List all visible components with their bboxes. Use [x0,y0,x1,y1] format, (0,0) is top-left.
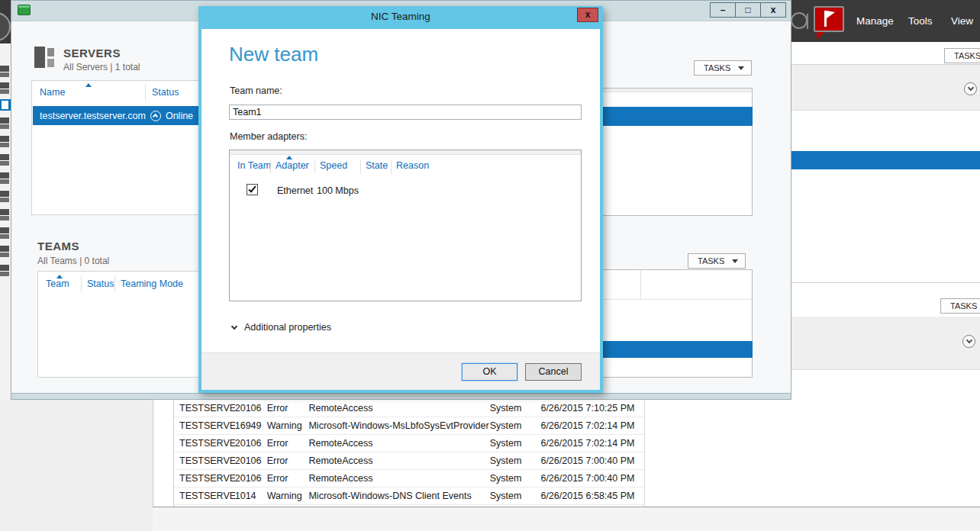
event-datetime: 6/26/2015 7:00:40 PM [540,455,644,466]
event-row[interactable]: TESTSERVER20106ErrorRemoteAccessSystem6/… [174,452,644,470]
dialog-close-button[interactable]: x [577,8,598,22]
sidebar-icon[interactable] [0,172,9,184]
servers-col-status[interactable]: Status [152,87,179,98]
services-tasks-button[interactable]: TASKS [940,298,980,314]
event-severity: Error [267,455,309,466]
event-source: RemoteAccess [308,403,489,414]
ok-button[interactable]: OK [462,363,517,381]
minimize-button[interactable]: – [710,2,736,18]
selected-interface-row[interactable] [603,341,753,358]
back-button-area [0,0,11,43]
event-id: 16949 [235,420,267,431]
checkmark-icon [248,185,256,193]
sidebar-icon[interactable] [0,66,9,77]
tasks-label: TASKS [704,63,730,72]
sidebar-icon-selected[interactable] [0,99,11,111]
event-datetime: 6/26/2015 7:02:14 PM [540,438,644,449]
member-adapters-label: Member adapters: [230,131,307,142]
selected-adapter-row[interactable] [603,107,753,126]
window-controls: – □ x [711,2,786,18]
section-divider [791,282,980,283]
col-in-team[interactable]: In Team [237,160,271,175]
tasks-label: TASKS [698,256,724,266]
menu-view[interactable]: View [951,0,973,42]
col-adapter[interactable]: Adapter [276,160,309,175]
event-row[interactable]: TESTSERVER16949WarningMicrosoft-Windows-… [174,417,644,435]
new-team-dialog: NIC Teaming x New team Team name: Member… [198,6,603,393]
sidebar-icon[interactable] [0,154,9,166]
interfaces-panel [602,269,753,378]
events-table: TESTSERVER20106ErrorRemoteAccessSystem6/… [173,400,645,507]
sidebar-icon[interactable] [0,246,9,257]
notifications-flag-icon[interactable] [814,5,847,38]
event-server: TESTSERVER [174,438,235,449]
event-log: System [490,473,541,484]
teams-title: TEAMS [37,240,79,253]
dialog-body: New team Team name: Member adapters: In … [201,29,600,390]
close-window-button[interactable]: x [760,2,786,18]
column-divider [114,275,115,292]
event-row[interactable]: TESTSERVER1014WarningMicrosoft-Windows-D… [174,488,644,505]
top-bar-divider [807,14,808,29]
panel-top-strip [603,88,752,92]
column-divider [360,160,361,174]
dialog-title: NIC Teaming [198,6,603,29]
event-server: TESTSERVER [174,403,235,414]
servers-subtitle: All Servers | 1 total [63,62,140,72]
maximize-button[interactable]: □ [735,2,761,18]
teams-col-mode[interactable]: Teaming Mode [121,278,183,289]
column-divider [391,160,392,174]
member-adapters-table: In Team Adapter Speed State Reason Ether… [229,150,582,301]
event-row[interactable]: TESTSERVER20106ErrorRemoteAccessSystem6/… [174,400,644,417]
team-name-input[interactable] [229,105,582,120]
refresh-icon[interactable] [791,12,808,29]
sidebar-icon[interactable] [0,82,9,94]
col-state[interactable]: State [366,160,388,175]
selected-event-row[interactable] [791,151,980,169]
sidebar-icon[interactable] [0,265,9,276]
event-datetime: 6/26/2015 7:10:25 PM [540,403,644,414]
event-severity: Error [267,438,309,449]
col-speed[interactable]: Speed [320,160,347,175]
menu-manage[interactable]: Manage [856,0,894,42]
adapters-panel [602,88,753,216]
additional-properties-expander[interactable]: Additional properties [232,322,331,333]
event-datetime: 6/26/2015 7:00:40 PM [540,473,644,484]
col-reason[interactable]: Reason [396,160,429,175]
event-log: System [490,420,541,431]
event-row[interactable]: TESTSERVER20106ErrorRemoteAccessSystem6/… [174,470,644,488]
in-team-checkbox[interactable] [247,184,258,195]
servers-col-name[interactable]: Name [40,87,65,98]
status-strip [153,507,980,531]
additional-properties-label: Additional properties [244,322,331,333]
servers-icon [34,45,56,69]
teams-subtitle: All Teams | 0 total [37,256,109,266]
event-datetime: 6/26/2015 7:02:14 PM [540,420,644,431]
sidebar-icon[interactable] [0,136,9,147]
sidebar-icon[interactable] [0,227,9,239]
dialog-heading: New team [229,43,318,66]
back-icon[interactable] [0,12,11,41]
sidebar-icon[interactable] [0,209,9,220]
event-source: RemoteAccess [308,473,489,484]
chevron-down-icon[interactable] [962,335,975,348]
sidebar-icon[interactable] [0,117,9,129]
event-severity: Warning [267,420,309,431]
interfaces-tasks-button[interactable]: TASKS [688,253,746,269]
cancel-button[interactable]: Cancel [525,363,582,381]
adapter-name: Ethernet [277,185,313,196]
server-manager-left-pane [0,400,153,531]
event-severity: Error [267,473,309,484]
teams-col-status[interactable]: Status [87,278,114,289]
events-tasks-button[interactable]: TASKS [944,48,980,63]
event-server: TESTSERVER [174,491,235,501]
chevron-down-icon[interactable] [964,82,977,95]
event-log: System [490,455,541,466]
event-server: TESTSERVER [174,455,235,466]
adapters-tasks-button[interactable]: TASKS [694,60,752,76]
column-divider [145,84,146,101]
teams-col-team[interactable]: Team [46,278,69,289]
menu-tools[interactable]: Tools [908,0,933,42]
event-row[interactable]: TESTSERVER20106ErrorRemoteAccessSystem6/… [174,435,644,452]
sidebar-icon[interactable] [0,191,9,202]
